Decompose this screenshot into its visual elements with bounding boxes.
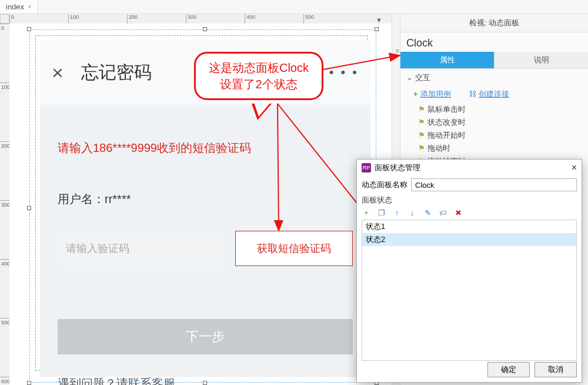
- sms-code-input[interactable]: 请输入验证码: [58, 231, 223, 266]
- annotation-callout: 这是动态面板Clock设置了2个状态: [194, 52, 323, 100]
- canvas-dropdown-icon[interactable]: ▼: [376, 16, 382, 24]
- sms-hint-text: 请输入186****9999收到的短信验证码: [58, 140, 353, 156]
- contact-support-link[interactable]: 联系客服: [128, 377, 175, 385]
- flag-icon: ⚑: [418, 118, 425, 127]
- panel-name-label: 动态面板名称: [362, 180, 407, 190]
- states-toolbar: + ❐ ↑ ↓ ✎ 🏷 ✖: [357, 205, 582, 220]
- axure-rp-icon: RP: [362, 163, 371, 172]
- cancel-button[interactable]: 取消: [534, 362, 577, 377]
- state-row[interactable]: 状态2: [362, 233, 576, 246]
- ok-button[interactable]: 确定: [487, 362, 530, 377]
- tab-notes[interactable]: 说明: [494, 52, 588, 68]
- section-interaction[interactable]: ⌄交互: [400, 69, 588, 87]
- more-icon[interactable]: • • •: [329, 65, 359, 80]
- ruler-corner: [0, 14, 9, 24]
- chevron-down-icon: ⌄: [406, 73, 413, 82]
- event-item[interactable]: ⚑拖动开始时: [418, 129, 570, 142]
- state-row[interactable]: 状态1: [362, 220, 576, 233]
- file-tab-bar: index ×: [0, 0, 588, 14]
- dialog-close-icon[interactable]: ×: [572, 162, 577, 173]
- panel-name-input[interactable]: [411, 178, 577, 191]
- link-icon: ⛓: [469, 89, 476, 98]
- username-label: 用户名：rr****: [58, 191, 353, 207]
- inspector-header: 检视: 动态面板: [400, 14, 588, 32]
- flag-icon: ⚑: [418, 105, 425, 114]
- panel-state-dialog[interactable]: RP 面板状态管理 × 动态面板名称 面板状态 + ❐ ↑ ↓ ✎ 🏷 ✖ 状态…: [356, 159, 582, 383]
- close-tab-icon[interactable]: ×: [28, 3, 31, 10]
- close-icon[interactable]: ×: [52, 61, 64, 84]
- event-item[interactable]: ⚑状态改变时: [418, 116, 570, 129]
- states-label: 面板状态: [357, 194, 582, 205]
- add-state-icon[interactable]: +: [362, 208, 371, 217]
- flag-icon: ⚑: [418, 131, 425, 140]
- design-canvas-area: 0100200300400500600 0100200300400500600 …: [0, 14, 400, 385]
- create-link-link[interactable]: 创建连接: [479, 89, 509, 98]
- panel-collapse-icon[interactable]: ≡: [396, 47, 399, 54]
- flag-icon: ⚑: [418, 144, 425, 152]
- next-step-button[interactable]: 下一步: [58, 319, 353, 354]
- file-tab-label: index: [6, 2, 24, 11]
- move-down-icon[interactable]: ↓: [407, 208, 417, 217]
- edit-state-icon[interactable]: ✎: [423, 208, 432, 217]
- duplicate-state-icon[interactable]: ❐: [377, 208, 386, 217]
- add-case-link[interactable]: 添加用例: [420, 89, 451, 98]
- plus-icon: +: [413, 89, 418, 98]
- help-text: 遇到问题？请联系客服: [58, 376, 353, 385]
- event-item[interactable]: ⚑鼠标单击时: [418, 103, 570, 116]
- rename-state-icon[interactable]: 🏷: [438, 208, 447, 217]
- page-title: 忘记密码: [81, 61, 152, 85]
- get-sms-button[interactable]: 获取短信验证码: [235, 231, 353, 266]
- move-up-icon[interactable]: ↑: [392, 208, 402, 217]
- event-item[interactable]: ⚑拖动时: [418, 142, 570, 155]
- delete-state-icon[interactable]: ✖: [453, 208, 463, 217]
- inspector-element-name: Clock: [400, 32, 588, 52]
- ruler-horizontal: 0100200300400500600: [9, 14, 400, 24]
- tab-properties[interactable]: 属性: [400, 52, 494, 68]
- ruler-vertical: 0100200300400500600: [0, 24, 9, 385]
- file-tab-index[interactable]: index ×: [0, 0, 38, 14]
- dialog-title: 面板状态管理: [375, 162, 420, 173]
- states-list[interactable]: 状态1 状态2: [362, 220, 577, 361]
